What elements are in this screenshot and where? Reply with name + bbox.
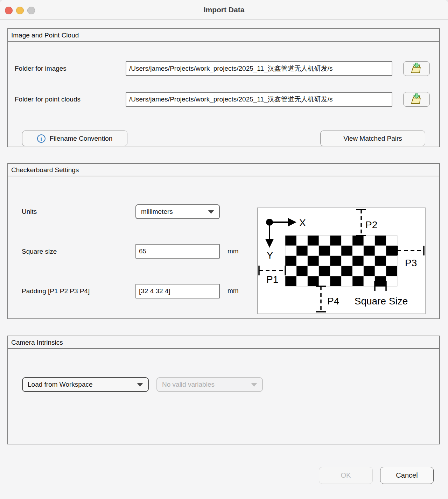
- x-axis-arrow-icon: [288, 218, 296, 226]
- folder-images-label: Folder for images: [15, 64, 66, 73]
- browse-images-button[interactable]: [403, 61, 430, 76]
- intrinsics-variable-value: No valid variables: [162, 381, 251, 388]
- padding-input[interactable]: [135, 284, 220, 298]
- p3-label: P3: [405, 258, 417, 268]
- info-icon: i: [37, 134, 46, 143]
- camera-intrinsics-title: Camera Intrinsics: [8, 336, 439, 349]
- camera-intrinsics-panel: Camera Intrinsics Load from Workspace No…: [7, 336, 440, 444]
- view-matched-pairs-label: View Matched Pairs: [343, 135, 402, 142]
- checkerboard-settings-panel: Checkerboard Settings Units millimeters …: [7, 163, 440, 319]
- filename-convention-label: Filename Convention: [50, 135, 113, 142]
- window-title: Import Data: [0, 0, 448, 20]
- open-folder-import-icon: [410, 93, 423, 105]
- units-label: Units: [22, 208, 37, 216]
- folder-clouds-input[interactable]: [126, 92, 392, 107]
- intrinsics-variable-dropdown-disabled: No valid variables: [156, 377, 263, 392]
- folder-clouds-label: Folder for point clouds: [15, 95, 80, 104]
- x-axis-label: X: [299, 217, 306, 228]
- padding-unit: mm: [227, 287, 239, 295]
- open-folder-import-icon: [410, 63, 423, 75]
- cancel-button-label: Cancel: [396, 471, 418, 479]
- units-dropdown[interactable]: millimeters: [135, 204, 220, 219]
- image-point-cloud-panel: Image and Point Cloud Folder for images …: [7, 28, 440, 147]
- intrinsics-source-value: Load from Workspace: [28, 381, 137, 388]
- cancel-button[interactable]: Cancel: [380, 467, 434, 484]
- units-value: millimeters: [141, 208, 208, 216]
- checkerboard-diagram: X Y P2 P3 P1: [257, 208, 426, 314]
- checkerboard-settings-title: Checkerboard Settings: [8, 164, 439, 176]
- ok-button-label: OK: [341, 471, 351, 479]
- ok-button: OK: [319, 467, 373, 484]
- title-bar: Import Data: [0, 0, 448, 20]
- square-size-unit: mm: [227, 247, 239, 255]
- intrinsics-source-dropdown[interactable]: Load from Workspace: [22, 377, 149, 392]
- dropdown-arrow-icon: [137, 383, 143, 387]
- browse-clouds-button[interactable]: [403, 92, 430, 107]
- view-matched-pairs-button[interactable]: View Matched Pairs: [320, 131, 425, 146]
- square-size-label: Square size: [22, 247, 57, 256]
- padding-label: Padding [P1 P2 P3 P4]: [22, 287, 90, 295]
- import-data-dialog: Import Data Image and Point Cloud Folder…: [0, 0, 448, 499]
- filename-convention-button[interactable]: i Filename Convention: [22, 131, 127, 146]
- folder-images-input[interactable]: [126, 61, 392, 76]
- image-point-cloud-title: Image and Point Cloud: [8, 29, 439, 42]
- checkerboard-cells: [285, 236, 397, 286]
- y-axis-label: Y: [267, 250, 273, 261]
- diagram-square-size-label: Square Size: [355, 296, 408, 307]
- checkerboard-diagram-svg: X Y P2 P3 P1: [258, 208, 425, 314]
- p1-label: P1: [266, 274, 278, 285]
- square-size-input[interactable]: [135, 244, 220, 259]
- y-axis-arrow-icon: [265, 239, 274, 248]
- p2-label: P2: [365, 219, 377, 230]
- dropdown-arrow-icon: [208, 210, 214, 214]
- dropdown-arrow-icon: [251, 383, 257, 387]
- p4-label: P4: [327, 296, 339, 307]
